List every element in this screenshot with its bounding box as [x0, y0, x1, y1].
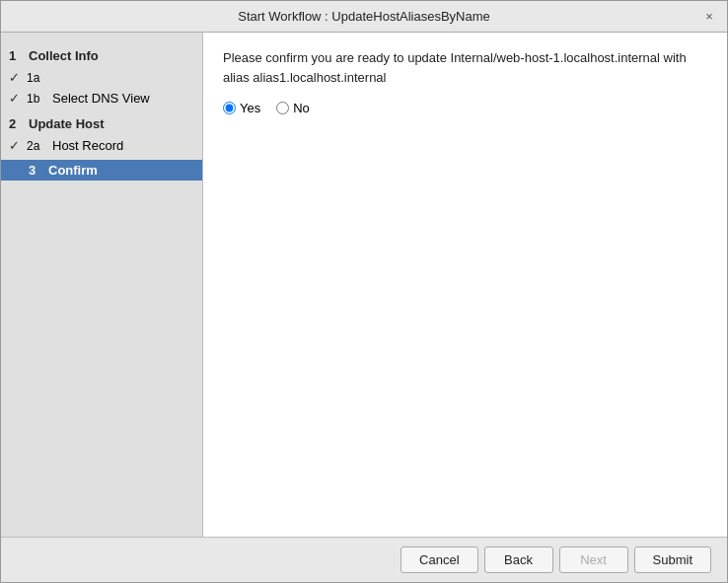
item-2a-text: Host Record — [52, 138, 123, 153]
item-1b-label: 1b — [27, 92, 46, 106]
radio-yes-label[interactable]: Yes — [223, 101, 260, 115]
section-3-title: Confirm — [48, 163, 98, 178]
dialog-body: 1 Collect Info ✓ 1a ✓ 1b Select DNS View… — [1, 33, 727, 537]
check-icon-2a: ✓ — [9, 138, 25, 153]
title-bar: Start Workflow : UpdateHostAliasesByName… — [1, 1, 727, 33]
section-2-number: 2 — [9, 116, 23, 131]
item-2a-label: 2a — [27, 139, 46, 153]
item-1a-label: 1a — [27, 71, 46, 85]
sidebar-item-1b: ✓ 1b Select DNS View — [1, 88, 202, 109]
main-content: Please confirm you are ready to update I… — [203, 33, 727, 537]
radio-no-label[interactable]: No — [276, 101, 310, 115]
sidebar-section-header-2: 2 Update Host — [1, 112, 202, 135]
sidebar-section-1: 1 Collect Info ✓ 1a ✓ 1b Select DNS View — [1, 42, 202, 110]
sidebar-item-1a: ✓ 1a — [1, 67, 202, 88]
sidebar-item-2a: ✓ 2a Host Record — [1, 135, 202, 156]
radio-no-text: No — [293, 101, 310, 115]
radio-group: Yes No — [223, 101, 707, 115]
dialog-title: Start Workflow : UpdateHostAliasesByName — [27, 9, 701, 24]
section-1-title: Collect Info — [29, 48, 99, 63]
check-icon-1b: ✓ — [9, 91, 25, 106]
check-icon-1a: ✓ — [9, 70, 25, 85]
back-button[interactable]: Back — [484, 547, 553, 573]
sidebar: 1 Collect Info ✓ 1a ✓ 1b Select DNS View… — [1, 33, 203, 537]
close-button[interactable]: × — [701, 9, 717, 25]
radio-yes-text: Yes — [240, 101, 260, 115]
section-1-number: 1 — [9, 48, 23, 63]
cancel-button[interactable]: Cancel — [400, 547, 477, 573]
item-1b-text: Select DNS View — [52, 91, 150, 106]
sidebar-section-header-1: 1 Collect Info — [1, 44, 202, 67]
section-2-title: Update Host — [29, 116, 105, 131]
sidebar-section-3: 3 Confirm — [1, 158, 202, 182]
dialog: Start Workflow : UpdateHostAliasesByName… — [0, 0, 728, 583]
radio-no[interactable] — [276, 102, 289, 114]
sidebar-section-2: 2 Update Host ✓ 2a Host Record — [1, 110, 202, 158]
radio-yes[interactable] — [223, 102, 236, 114]
confirm-message: Please confirm you are ready to update I… — [223, 48, 707, 87]
sidebar-item-confirm[interactable]: 3 Confirm — [1, 160, 202, 181]
section-3-number: 3 — [29, 163, 42, 178]
next-button[interactable]: Next — [559, 547, 628, 573]
submit-button[interactable]: Submit — [634, 547, 711, 573]
footer: Cancel Back Next Submit — [1, 537, 727, 582]
